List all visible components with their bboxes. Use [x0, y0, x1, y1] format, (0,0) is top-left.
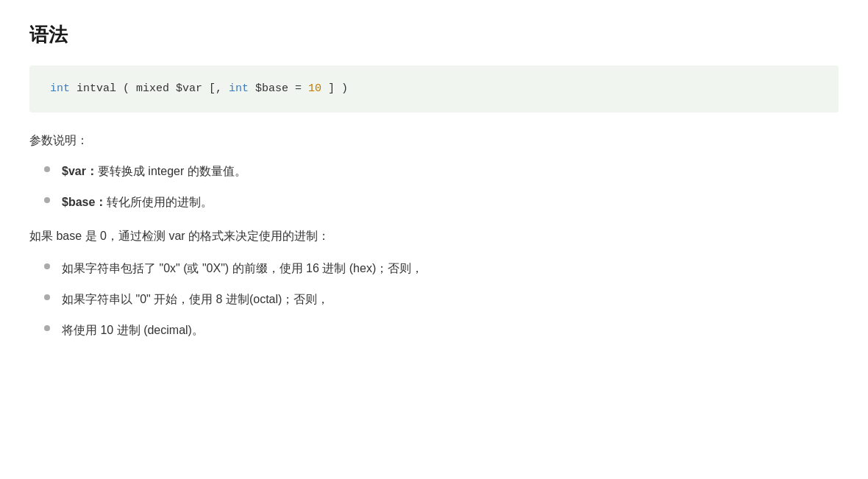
base-description: 如果 base 是 0，通过检测 var 的格式来决定使用的进制：	[29, 226, 839, 246]
bullet-icon	[44, 263, 50, 269]
condition-octal-text: 如果字符串以 "0" 开始，使用 8 进制(octal)；否则，	[62, 290, 329, 309]
param-list: $var：要转换成 integer 的数量值。 $base：转化所使用的进制。	[29, 162, 839, 211]
code-param: $base =	[249, 82, 308, 95]
code-keyword-int2: int	[229, 82, 249, 95]
params-heading: 参数说明：	[29, 133, 839, 149]
condition-item-decimal: 将使用 10 进制 (decimal)。	[29, 321, 839, 340]
bullet-icon	[44, 294, 50, 300]
param-base-text: $base：转化所使用的进制。	[62, 193, 213, 212]
bullet-icon	[44, 325, 50, 331]
condition-item-octal: 如果字符串以 "0" 开始，使用 8 进制(octal)；否则，	[29, 290, 839, 309]
code-block: int intval ( mixed $var [, int $base = 1…	[29, 65, 839, 113]
bullet-icon	[44, 166, 50, 172]
code-number: 10	[308, 82, 321, 95]
code-keyword-int1: int	[50, 82, 70, 95]
condition-item-hex: 如果字符串包括了 "0x" (或 "0X") 的前缀，使用 16 进制 (hex…	[29, 259, 839, 278]
param-var-text: $var：要转换成 integer 的数量值。	[62, 162, 246, 181]
condition-decimal-text: 将使用 10 进制 (decimal)。	[62, 321, 204, 340]
code-closing: ] )	[321, 82, 348, 95]
code-function: intval ( mixed $var [,	[70, 82, 229, 95]
param-item-var: $var：要转换成 integer 的数量值。	[29, 162, 839, 181]
condition-list: 如果字符串包括了 "0x" (或 "0X") 的前缀，使用 16 进制 (hex…	[29, 259, 839, 339]
section-title: 语法	[29, 22, 839, 48]
bullet-icon	[44, 197, 50, 203]
condition-hex-text: 如果字符串包括了 "0x" (或 "0X") 的前缀，使用 16 进制 (hex…	[62, 259, 423, 278]
param-item-base: $base：转化所使用的进制。	[29, 193, 839, 212]
